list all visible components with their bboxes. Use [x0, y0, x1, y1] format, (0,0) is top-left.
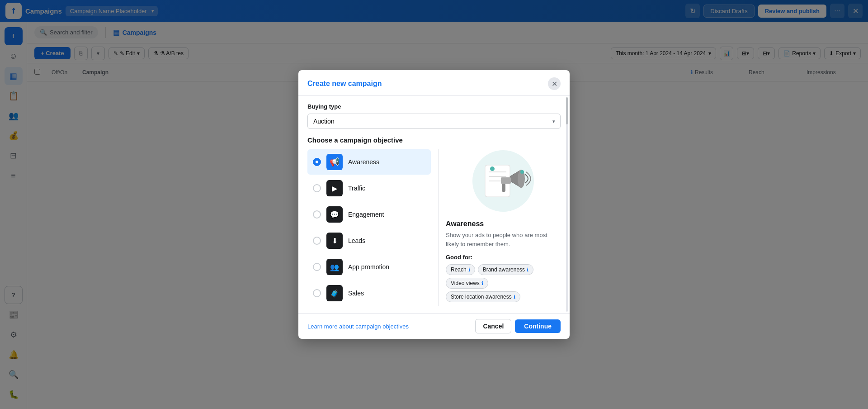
objectives-list: 📢 Awareness ▶ Traffic 💬 — [307, 149, 431, 306]
good-for-label: Good for: — [446, 254, 561, 261]
tag-brand-awareness: Brand awareness ℹ — [478, 264, 533, 275]
objective-section-title: Choose a campaign objective — [307, 136, 561, 144]
awareness-title: Awareness — [446, 220, 561, 228]
awareness-description: Show your ads to people who are most lik… — [446, 231, 561, 248]
reach-info-icon[interactable]: ℹ — [468, 267, 470, 273]
leads-label: Leads — [348, 237, 365, 244]
svg-point-5 — [490, 166, 495, 171]
tag-video-views: Video views ℹ — [446, 278, 488, 289]
app-promotion-label: App promotion — [348, 263, 389, 271]
app-promotion-icon: 👥 — [326, 259, 343, 275]
cancel-button[interactable]: Cancel — [475, 319, 511, 333]
tag-store-location: Store location awareness ℹ — [446, 291, 520, 302]
modal-title: Create new campaign — [307, 80, 382, 88]
objective-awareness[interactable]: 📢 Awareness — [307, 149, 431, 175]
good-for-tags: Reach ℹ Brand awareness ℹ Video views ℹ — [446, 264, 561, 302]
traffic-label: Traffic — [348, 185, 365, 192]
engagement-radio — [313, 210, 321, 219]
objective-detail-panel: Awareness Show your ads to people who ar… — [439, 149, 561, 306]
sales-icon: 🧳 — [326, 285, 343, 301]
modal-header: Create new campaign ✕ — [298, 70, 570, 96]
engagement-icon: 💬 — [326, 206, 343, 223]
tag-video-views-label: Video views — [451, 280, 480, 286]
sales-radio — [313, 289, 321, 297]
objective-app-promotion[interactable]: 👥 App promotion — [307, 254, 431, 280]
create-campaign-modal: Create new campaign ✕ Buying type Auctio… — [298, 70, 570, 339]
learn-more-link[interactable]: Learn more about campaign objectives — [307, 323, 409, 330]
engagement-label: Engagement — [348, 211, 384, 218]
brand-awareness-info-icon[interactable]: ℹ — [527, 267, 528, 273]
modal-footer: Learn more about campaign objectives Can… — [298, 313, 570, 339]
tag-store-location-label: Store location awareness — [451, 294, 512, 300]
svg-rect-6 — [501, 177, 511, 184]
leads-radio — [313, 237, 321, 245]
modal-overlay[interactable]: Create new campaign ✕ Buying type Auctio… — [0, 0, 868, 409]
modal-body: Buying type Auction Reach and Frequency … — [298, 96, 570, 313]
app-promotion-radio — [313, 263, 321, 271]
modal-close-button[interactable]: ✕ — [548, 77, 561, 90]
video-views-info-icon[interactable]: ℹ — [481, 281, 483, 286]
awareness-icon: 📢 — [326, 154, 343, 170]
buying-type-label: Buying type — [307, 103, 561, 110]
store-location-info-icon[interactable]: ℹ — [514, 294, 515, 300]
objectives-list-container: 📢 Awareness ▶ Traffic 💬 — [307, 149, 439, 306]
objective-leads[interactable]: ⬇ Leads — [307, 228, 431, 253]
buying-type-select-wrap: Auction Reach and Frequency TRP Buying — [307, 114, 561, 129]
traffic-icon: ▶ — [326, 180, 343, 196]
modal-two-col: 📢 Awareness ▶ Traffic 💬 — [307, 149, 561, 306]
awareness-radio — [313, 158, 321, 166]
svg-point-8 — [520, 170, 524, 174]
objective-sales[interactable]: 🧳 Sales — [307, 281, 431, 306]
svg-rect-9 — [502, 184, 505, 192]
objective-traffic[interactable]: ▶ Traffic — [307, 176, 431, 201]
continue-button[interactable]: Continue — [515, 319, 561, 333]
sales-label: Sales — [348, 290, 364, 297]
objective-engagement[interactable]: 💬 Engagement — [307, 202, 431, 227]
buying-type-select[interactable]: Auction Reach and Frequency TRP Buying — [307, 114, 561, 129]
leads-icon: ⬇ — [326, 233, 343, 249]
tag-reach-label: Reach — [451, 266, 467, 273]
modal-scrollbar-thumb — [566, 97, 568, 124]
traffic-radio — [313, 184, 321, 192]
awareness-label: Awareness — [348, 158, 379, 166]
tag-reach: Reach ℹ — [446, 264, 475, 275]
modal-scrollbar-track — [566, 97, 568, 312]
tag-brand-awareness-label: Brand awareness — [483, 266, 525, 273]
awareness-illustration — [446, 149, 561, 213]
